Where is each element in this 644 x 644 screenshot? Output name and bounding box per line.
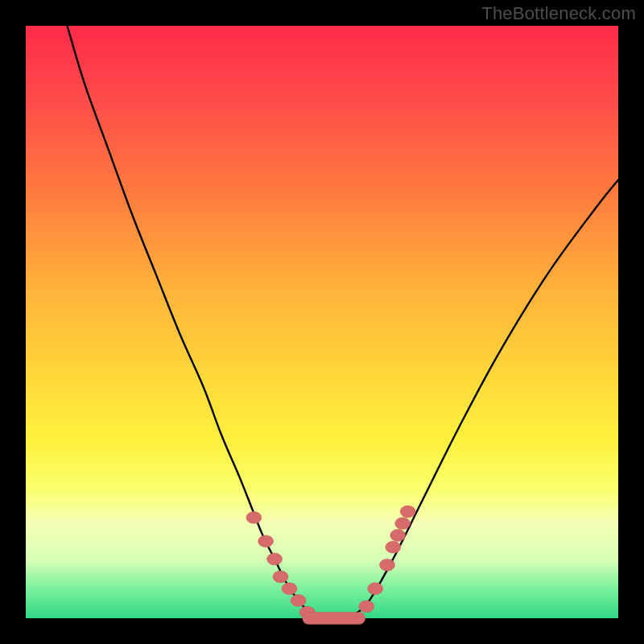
marker-dot xyxy=(258,535,274,547)
marker-dot xyxy=(400,506,415,518)
marker-dot xyxy=(282,583,297,595)
marker-dot xyxy=(395,518,411,530)
chart-svg xyxy=(26,26,618,618)
marker-dot xyxy=(368,583,383,595)
marker-dot xyxy=(246,512,262,524)
marker-dot xyxy=(267,553,283,565)
bottleneck-curve xyxy=(68,26,619,619)
highlighted-points-group xyxy=(246,506,415,624)
chart-plot-area xyxy=(26,26,618,618)
marker-dot xyxy=(273,571,288,583)
marker-dot xyxy=(291,595,306,607)
marker-dot xyxy=(359,601,374,613)
watermark-text: TheBottleneck.com xyxy=(481,3,636,24)
marker-bottom-bar xyxy=(303,613,365,625)
marker-dot xyxy=(390,530,406,542)
marker-dot xyxy=(386,541,401,553)
chart-frame: TheBottleneck.com xyxy=(0,0,644,644)
marker-dot xyxy=(380,559,395,571)
